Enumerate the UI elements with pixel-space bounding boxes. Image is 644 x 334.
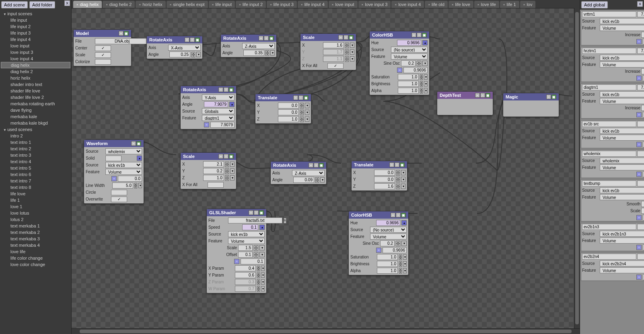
expand-icon[interactable]: ▣ [304, 95, 309, 100]
link-icon[interactable]: ▾ [403, 268, 407, 273]
node-rotateaxis-4[interactable]: RotateAxis−▫▣ AxisZ-Axis Angle▲▼▾ [270, 161, 327, 184]
tab-close-icon[interactable]: × [362, 3, 364, 6]
tab-close-icon[interactable]: × [503, 3, 505, 6]
link-icon[interactable]: ▾ [403, 254, 407, 260]
sub-field[interactable] [210, 122, 235, 128]
min-icon[interactable]: − [293, 95, 298, 100]
expand-icon[interactable]: ▣ [124, 31, 129, 36]
eq-icon[interactable]: = [636, 215, 642, 220]
link-icon[interactable]: ▾ [230, 162, 235, 167]
global-item[interactable]: ▴ ⋮ Sourcekick ev1b FeatureVolumeIncreas… [581, 47, 644, 82]
x-field[interactable] [203, 161, 224, 167]
link-icon[interactable]: ▾ [401, 177, 405, 182]
tree-item[interactable]: diag helix 2 [0, 68, 71, 75]
feature-select[interactable]: Volume [600, 164, 644, 170]
alpha-field[interactable] [398, 88, 419, 94]
global-name-field[interactable] [582, 180, 636, 186]
axis-select[interactable]: X-Axis [168, 45, 201, 51]
eq-icon[interactable]: = [636, 112, 642, 117]
min-icon[interactable]: − [119, 31, 123, 36]
feature-select[interactable]: Volume [600, 194, 644, 200]
expand-icon[interactable]: ▣ [259, 210, 264, 215]
tree-item[interactable]: merkaba kale bkgd [0, 120, 71, 126]
global-item[interactable]: ▴ ⋮ Sourcekick ev1b FeatureVolumeSmooth▲… [581, 180, 644, 221]
node-magic[interactable]: Magic−▣ [503, 93, 559, 117]
eq-icon[interactable]: = [234, 259, 239, 264]
min-icon[interactable]: − [218, 154, 223, 159]
increase-field[interactable] [641, 32, 644, 38]
alpha-field[interactable] [377, 268, 398, 274]
link-icon[interactable]: ▾ [196, 52, 201, 57]
expand-icon[interactable]: ▣ [551, 94, 556, 99]
dup-icon[interactable]: ▫ [224, 87, 228, 92]
expand-icon[interactable]: ▣ [319, 163, 324, 168]
tab-close-icon[interactable]: × [301, 3, 303, 6]
global-value-field[interactable] [637, 151, 644, 157]
dup-icon[interactable]: ▫ [254, 210, 259, 215]
tree-item[interactable]: merkaba rotating earth [0, 100, 71, 107]
eq-icon[interactable]: = [636, 142, 642, 147]
source-select[interactable]: kick ev1b [600, 91, 644, 97]
tab[interactable]: ×life input [209, 1, 235, 8]
expand-icon[interactable]: ▣ [349, 35, 354, 40]
tree-item[interactable]: dave flying [0, 107, 71, 113]
scale-field[interactable] [238, 245, 253, 251]
link-icon[interactable]: ▾ [320, 177, 325, 182]
tree-item[interactable]: love input 4 [0, 55, 71, 62]
add-global-button[interactable]: Add global [581, 1, 608, 8]
sub-field[interactable] [241, 258, 265, 264]
tree-item[interactable]: merkaba kale [0, 113, 71, 120]
sidebar-close-icon[interactable]: X [64, 0, 70, 6]
dup-icon[interactable]: ▫ [480, 93, 485, 98]
feature-select[interactable]: Volume [105, 169, 142, 175]
feature-select[interactable]: Volume [228, 238, 265, 244]
tree-item[interactable]: text intro 2 [0, 145, 71, 152]
brightness-field[interactable] [398, 81, 419, 87]
source-select[interactable]: (No source) [370, 227, 407, 233]
node-model[interactable]: Model−▣ File⎘ Center Scale Colorize [73, 29, 132, 66]
link-icon[interactable]: ▾ [424, 88, 428, 93]
axis-select[interactable]: Z-Axis [242, 43, 275, 49]
node-colorhsb-2[interactable]: ColorHSB−▫▣ Hue▴ Source(No source) Featu… [348, 211, 409, 275]
speed-field[interactable] [242, 224, 258, 230]
expand-icon[interactable]: ▣ [486, 93, 490, 98]
hue-field[interactable] [397, 40, 421, 46]
node-depthtest[interactable]: DepthTest−▫▣ [437, 91, 493, 115]
link-icon[interactable]: ▾ [259, 252, 265, 257]
tab-close-icon[interactable]: × [428, 3, 430, 6]
source-select[interactable]: wholemix [600, 158, 644, 164]
source-select[interactable]: kick ev1b [600, 18, 644, 24]
link-icon[interactable]: ▾ [403, 261, 407, 266]
min-icon[interactable]: − [475, 93, 480, 98]
dup-icon[interactable]: ▫ [314, 163, 319, 168]
tab-close-icon[interactable]: × [139, 3, 141, 6]
y-field[interactable] [278, 109, 299, 115]
node-rotateaxis-3[interactable]: RotateAxis−▫▣ AxisY-Axis Angle▴ SourceGl… [180, 86, 237, 129]
hue-field[interactable] [376, 220, 400, 226]
global-item[interactable]: ▴ ⋮ Sourcekick ev1b FeatureVolumeIncreas… [581, 84, 644, 119]
tab[interactable]: ×lov [520, 1, 536, 8]
scale-checkbox[interactable] [95, 52, 111, 58]
source-select[interactable]: wholemix [105, 148, 142, 154]
link-icon[interactable]: ▾ [230, 168, 235, 174]
expand-icon[interactable]: ▣ [229, 154, 234, 159]
link-icon[interactable]: ▴ [422, 40, 428, 45]
feature-select[interactable]: Volume [370, 234, 407, 240]
node-canvas[interactable]: Model−▣ File⎘ Center Scale Colorize Rota… [72, 8, 580, 328]
tab-close-icon[interactable]: × [239, 3, 241, 6]
source-select[interactable]: kick ev1b [600, 128, 644, 134]
source2-select[interactable]: kick ev1b [105, 162, 142, 168]
sub-field[interactable] [118, 176, 142, 182]
link-icon[interactable]: ▾ [424, 81, 428, 86]
source-select[interactable]: kick ev1b [228, 231, 265, 237]
xparam-field[interactable] [235, 265, 256, 271]
sineosc-field[interactable] [401, 60, 416, 66]
brightness-field[interactable] [377, 261, 398, 267]
link-icon[interactable]: ▾ [261, 279, 265, 285]
tab[interactable]: ×love input [329, 1, 358, 8]
global-name-field[interactable] [582, 48, 636, 54]
x-field[interactable] [323, 42, 344, 48]
min-icon[interactable]: − [389, 162, 394, 167]
dup-icon[interactable]: ▫ [395, 162, 399, 167]
scale-field[interactable] [641, 208, 644, 214]
